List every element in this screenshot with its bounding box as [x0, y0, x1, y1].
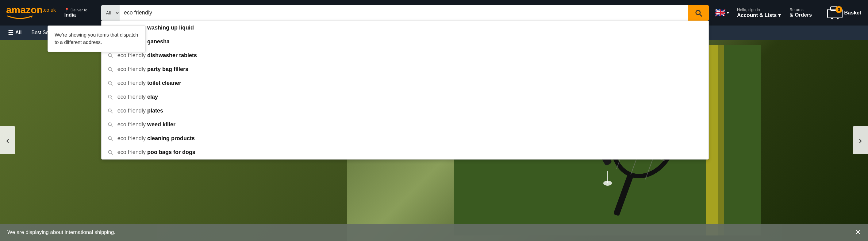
autocomplete-suffix: washing up liquid	[147, 25, 194, 31]
header-right: 🇬🇧 ▾ Hello, sign in Account & Lists ▾ Re…	[712, 3, 864, 23]
hamburger-icon: ☰	[8, 29, 13, 36]
autocomplete-prefix: eco friendly	[118, 122, 147, 128]
autocomplete-suffix: toilet cleaner	[147, 80, 181, 86]
returns-link[interactable]: Returns & Orders	[786, 5, 823, 20]
uk-flag-icon: 🇬🇧	[715, 8, 726, 18]
autocomplete-item[interactable]: eco friendly clay	[101, 90, 709, 104]
logo-tld: .co.uk	[43, 7, 56, 13]
autocomplete-prefix: eco friendly	[118, 66, 147, 72]
autocomplete-suffix: weed killer	[147, 122, 176, 128]
autocomplete-item[interactable]: eco friendly washing up liquid	[101, 21, 709, 35]
svg-point-2	[831, 18, 833, 19]
autocomplete-item[interactable]: eco friendly weed killer	[101, 118, 709, 132]
cart-count: 0	[836, 6, 842, 13]
next-slide-button[interactable]: ›	[852, 126, 868, 154]
cart-link[interactable]: 0 Basket	[824, 3, 864, 23]
account-bottom: Account & Lists ▾	[737, 12, 781, 19]
tooltip-text: We're showing you items that dispatch to…	[55, 32, 138, 45]
flag-selector[interactable]: 🇬🇧 ▾	[712, 6, 732, 20]
prev-slide-button[interactable]: ‹	[0, 126, 16, 154]
logo-text: amazon	[6, 5, 43, 15]
autocomplete-suffix: ganesha	[147, 38, 169, 45]
flag-chevron-icon: ▾	[727, 10, 729, 15]
autocomplete-suffix: cleaning products	[147, 135, 195, 141]
deliver-to[interactable]: 📍 Deliver to India	[61, 6, 98, 20]
search-bar: All eco friendly washing up liquideco fr…	[101, 5, 709, 21]
search-suggestion-icon	[107, 135, 113, 141]
autocomplete-suffix: plates	[147, 108, 163, 114]
autocomplete-item[interactable]: eco friendly dishwasher tablets	[101, 49, 709, 62]
deliver-country: India	[64, 12, 95, 18]
logo-smile-icon	[6, 15, 34, 20]
svg-point-3	[837, 18, 839, 19]
search-icon	[694, 9, 703, 17]
bottom-notification-bar: We are displaying about international sh…	[0, 224, 868, 241]
autocomplete-item[interactable]: eco friendly plates	[101, 104, 709, 118]
autocomplete-item[interactable]: eco friendly party bag fillers	[101, 62, 709, 76]
search-input[interactable]	[120, 5, 688, 21]
left-arrow-icon: ‹	[6, 135, 9, 146]
autocomplete-suffix: party bag fillers	[147, 66, 188, 72]
nav-all-label: All	[16, 30, 22, 35]
search-suggestion-icon	[107, 66, 113, 72]
search-button[interactable]	[688, 5, 709, 21]
returns-top: Returns	[789, 7, 819, 12]
deliver-label: 📍 Deliver to	[64, 8, 95, 12]
autocomplete-prefix: eco friendly	[118, 80, 147, 86]
location-tooltip: We're showing you items that dispatch to…	[48, 26, 146, 52]
autocomplete-item[interactable]: eco friendly toilet cleaner	[101, 76, 709, 90]
search-suggestion-icon	[107, 94, 113, 100]
search-suggestion-icon	[107, 80, 113, 86]
amazon-logo[interactable]: amazon .co.uk	[4, 3, 58, 23]
search-suggestion-icon	[107, 52, 113, 58]
bottom-bar-right-text: about international shipping.	[50, 229, 116, 235]
search-suggestion-icon	[107, 108, 113, 114]
autocomplete-prefix: eco friendly	[118, 52, 147, 58]
bottom-bar-left-text: We are displaying	[7, 229, 49, 235]
search-category-select[interactable]: All	[101, 5, 120, 21]
nav-all[interactable]: ☰ All	[4, 26, 26, 39]
returns-bottom: & Orders	[789, 12, 819, 18]
autocomplete-item[interactable]: eco friendly poo bags for dogs	[101, 145, 709, 159]
account-top: Hello, sign in	[737, 7, 781, 12]
search-suggestion-icon	[107, 149, 113, 155]
autocomplete-suffix: poo bags for dogs	[147, 149, 195, 155]
location-icon: 📍	[64, 8, 69, 12]
header: amazon .co.uk 📍 Deliver to India All	[0, 0, 868, 26]
account-link[interactable]: Hello, sign in Account & Lists ▾	[733, 5, 784, 20]
autocomplete-prefix: eco friendly	[118, 94, 147, 100]
autocomplete-item[interactable]: eco friendly ganesha	[101, 35, 709, 49]
autocomplete-suffix: clay	[147, 94, 158, 100]
svg-rect-6	[718, 45, 724, 236]
cart-label: Basket	[844, 10, 861, 16]
autocomplete-prefix: eco friendly	[118, 135, 147, 141]
autocomplete-item[interactable]: eco friendly cleaning products	[101, 132, 709, 145]
right-arrow-icon: ›	[859, 135, 862, 146]
bottom-bar-left: We are displaying about international sh…	[7, 229, 115, 236]
autocomplete-suffix: dishwasher tablets	[147, 52, 197, 58]
search-suggestion-icon	[107, 122, 113, 128]
autocomplete-dropdown: eco friendly washing up liquideco friend…	[101, 21, 709, 160]
bottom-bar-close-button[interactable]: ✕	[855, 229, 861, 236]
autocomplete-prefix: eco friendly	[118, 108, 147, 114]
autocomplete-prefix: eco friendly	[118, 149, 147, 155]
